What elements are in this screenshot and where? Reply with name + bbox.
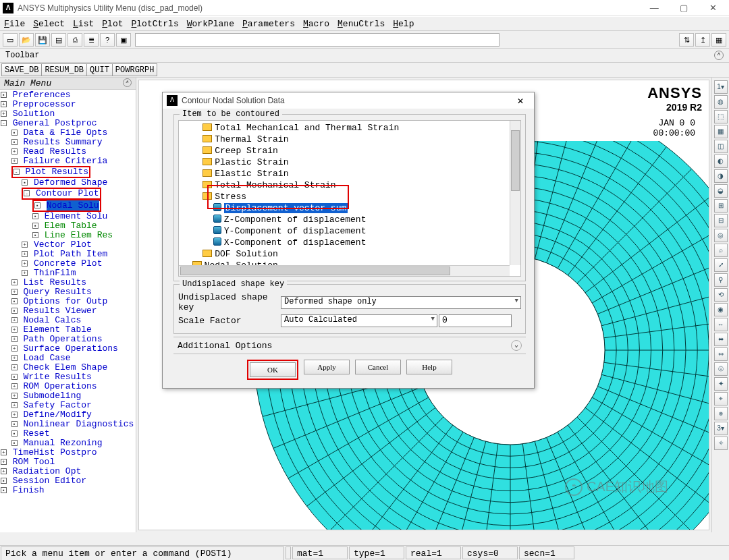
tree-item[interactable]: ▪ Deformed Shape	[1, 178, 135, 188]
command-input[interactable]	[135, 33, 500, 47]
report-icon[interactable]: ≣	[84, 33, 99, 47]
tree-item[interactable]: ▪ Finish	[1, 486, 135, 495]
tree-item[interactable]: ▪ Results Viewer	[1, 306, 135, 316]
help-icon[interactable]: ?	[100, 33, 115, 47]
contour-item-tree[interactable]: Total Mechanical and Thermal Strain Ther…	[178, 120, 521, 277]
tree-item[interactable]: + List Results	[1, 278, 135, 287]
mainmenu-collapse-icon[interactable]: ^	[123, 78, 132, 87]
contour-tree-item[interactable]: Plastic Strain	[182, 157, 518, 168]
tree-item[interactable]: + Path Operations	[1, 335, 135, 344]
tree-item[interactable]: + Vector Plot	[1, 240, 135, 250]
view-icon-13[interactable]: ⚲	[714, 273, 728, 287]
view-icon-22[interactable]: ⎈	[714, 407, 728, 420]
tree-item[interactable]: ▪ Reset	[1, 429, 135, 439]
apply-button[interactable]: Apply	[304, 360, 350, 374]
save-as-icon[interactable]: ▤	[51, 33, 66, 47]
tree-item[interactable]: ▪ Write Results	[1, 372, 135, 382]
tree-item[interactable]: + Define/Modify	[1, 410, 135, 420]
contour-tree-item[interactable]: Z-Component of displacement	[182, 214, 518, 225]
view-icon-10[interactable]: ◎	[714, 229, 728, 242]
view-icon-11[interactable]: ⌕	[714, 244, 728, 257]
status-prompt[interactable]: Pick a menu item or enter a command (POS…	[1, 547, 284, 560]
help-button[interactable]: Help	[406, 360, 452, 374]
tree-item[interactable]: ▪ Nodal Solu	[1, 200, 135, 212]
tree-item[interactable]: ▪ Element Solu	[1, 212, 135, 221]
cancel-button[interactable]: Cancel	[355, 360, 401, 374]
contour-tree-item[interactable]: Thermal Strain	[182, 134, 518, 145]
view-icon-1[interactable]: ◍	[714, 95, 728, 109]
view-icon-15[interactable]: ◉	[714, 303, 728, 316]
menu-help[interactable]: Help	[393, 19, 414, 29]
tree-item[interactable]: ▪ Options for Outp	[1, 297, 135, 306]
view-icon-18[interactable]: ⇔	[714, 347, 728, 361]
contour-tree-item[interactable]: Total Mechanical and Thermal Strain	[182, 122, 518, 134]
tb-powrgrph[interactable]: POWRGRPH	[112, 63, 158, 76]
tb-icon-c[interactable]: ▦	[711, 33, 726, 47]
expand-icon[interactable]: ⌄	[511, 340, 522, 351]
menu-parameters[interactable]: Parameters	[242, 19, 295, 29]
tree-item[interactable]: + Surface Operations	[1, 344, 135, 354]
tree-item[interactable]: - General Postproc	[1, 119, 135, 128]
tree-item[interactable]: + Preprocessor	[1, 100, 135, 109]
menu-list[interactable]: List	[73, 19, 94, 29]
view-icon-17[interactable]: ⬌	[714, 333, 728, 346]
tree-item[interactable]: ▪ Data & File Opts	[1, 128, 135, 138]
undisplaced-select[interactable]: Deformed shape only	[281, 296, 521, 309]
contour-tree-item[interactable]: Y-Component of displacement	[182, 225, 518, 237]
view-icon-21[interactable]: ⌖	[714, 392, 728, 405]
menu-workplane[interactable]: WorkPlane	[187, 19, 234, 29]
tb-save_db[interactable]: SAVE_DB	[1, 63, 42, 76]
tree-item[interactable]: + Nodal Calcs	[1, 316, 135, 325]
tb-resum_db[interactable]: RESUM_DB	[41, 63, 87, 76]
view-icon-14[interactable]: ⟲	[714, 288, 728, 302]
save-icon[interactable]: 💾	[35, 33, 50, 47]
collapse-icon[interactable]: ^	[714, 51, 724, 60]
minimize-button[interactable]: —	[641, 1, 668, 16]
view-icon-9[interactable]: ⊟	[714, 214, 728, 227]
open-icon[interactable]: 📂	[19, 33, 34, 47]
tree-item[interactable]: ▪ Results Summary	[1, 138, 135, 147]
view-icon-4[interactable]: ◫	[714, 140, 728, 153]
tree-item[interactable]: + ROM Operations	[1, 382, 135, 391]
tree-item[interactable]: + Plot Path Item	[1, 250, 135, 259]
tree-item[interactable]: + Submodeling	[1, 391, 135, 401]
additional-options-label[interactable]: Additional Options	[178, 341, 272, 351]
main-menu-tree[interactable]: ▪ Preferences+ Preprocessor+ Solution- G…	[0, 90, 136, 496]
tree-item[interactable]: + ROM Tool	[1, 457, 135, 467]
menu-macro[interactable]: Macro	[303, 19, 329, 29]
tree-item[interactable]: ▪ Preferences	[1, 90, 135, 100]
contour-tree-item[interactable]: Creep Strain	[182, 145, 518, 157]
new-icon[interactable]: ▭	[3, 33, 18, 47]
print-icon[interactable]: ⎙	[68, 33, 82, 47]
menu-select[interactable]: Select	[33, 19, 65, 29]
view-icon-3[interactable]: ▦	[714, 125, 728, 138]
tree-item[interactable]: + Solution	[1, 109, 135, 119]
tree-item[interactable]: + Query Results	[1, 287, 135, 297]
tree-item[interactable]: ▪ Manual Rezoning	[1, 439, 135, 448]
tree-item[interactable]: - Plot Results	[1, 166, 135, 178]
tb-icon-a[interactable]: ⇅	[679, 33, 694, 47]
tree-item[interactable]: ▪ Elem Table	[1, 221, 135, 231]
view-icon-12[interactable]: ⤢	[714, 258, 728, 272]
ok-button[interactable]: OK	[250, 362, 296, 377]
raise-icon[interactable]: ▣	[116, 33, 131, 47]
tree-item[interactable]: + Element Table	[1, 325, 135, 335]
close-button[interactable]: ✕	[699, 1, 726, 16]
tree-item[interactable]: + Read Results	[1, 147, 135, 157]
view-icon-24[interactable]: ✧	[714, 437, 728, 450]
scale-number[interactable]: 0	[439, 314, 512, 327]
view-icon-8[interactable]: ⊞	[714, 199, 728, 213]
tree-item[interactable]: + TimeHist Postpro	[1, 448, 135, 457]
scale-select[interactable]: Auto Calculated	[281, 314, 437, 327]
view-icon-7[interactable]: ◒	[714, 184, 728, 198]
scrollbar-horizontal[interactable]	[179, 265, 510, 276]
menu-file[interactable]: File	[4, 19, 25, 29]
menu-plotctrls[interactable]: PlotCtrls	[131, 19, 178, 29]
contour-tree-item[interactable]: X-Component of displacement	[182, 237, 518, 248]
view-icon-0[interactable]: 1▾	[714, 80, 728, 94]
tree-item[interactable]: ▪ Line Elem Res	[1, 231, 135, 240]
contour-tree-item[interactable]: DOF Solution	[182, 248, 518, 260]
tree-item[interactable]: + Safety Factor	[1, 401, 135, 410]
menu-plot[interactable]: Plot	[102, 19, 123, 29]
view-icon-5[interactable]: ◐	[714, 155, 728, 168]
